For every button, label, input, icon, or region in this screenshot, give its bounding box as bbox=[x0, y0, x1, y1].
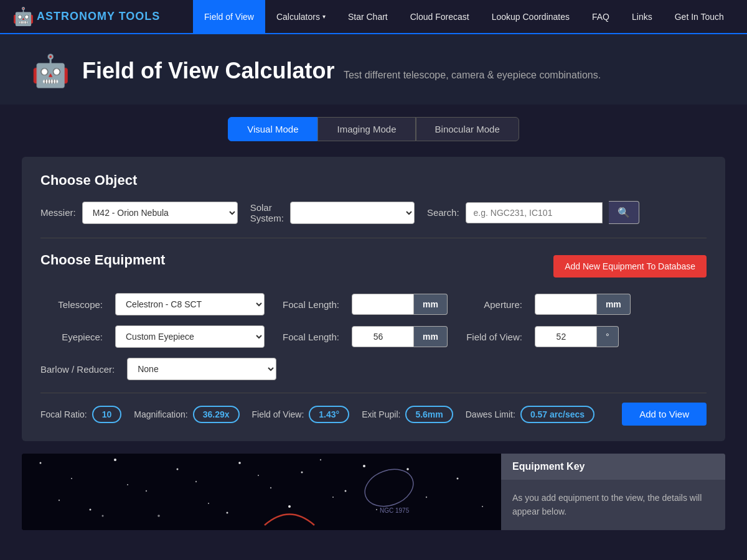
solar-system-select[interactable] bbox=[290, 202, 415, 224]
aperture-input[interactable] bbox=[535, 294, 597, 315]
svg-point-26 bbox=[102, 515, 104, 517]
nav-item-cloudforecast[interactable]: Cloud Forecast bbox=[399, 0, 481, 33]
svg-point-15 bbox=[195, 481, 197, 482]
object-row: Messier: M42 - Orion Nebula SolarSystem:… bbox=[40, 201, 707, 224]
svg-point-21 bbox=[376, 509, 377, 510]
hero-subtitle: Test different telescope, camera & eyepi… bbox=[344, 70, 601, 80]
focal-ratio-label: Focal Ratio: bbox=[40, 409, 87, 419]
brand: 🤖 ASTRONOMY TOOLS bbox=[0, 0, 193, 33]
nav-items: Field of View Calculators ▾ Star Chart C… bbox=[193, 0, 735, 33]
fov-value: 1.43° bbox=[309, 406, 349, 423]
eyepiece-fov-label: Field of View: bbox=[460, 332, 522, 342]
search-input[interactable] bbox=[466, 202, 603, 223]
main-card: Choose Object Messier: M42 - Orion Nebul… bbox=[22, 157, 725, 441]
exit-pupil-item: Exit Pupil: 5.6mm bbox=[362, 406, 453, 423]
telescope-focal-unit: mm bbox=[414, 294, 448, 315]
svg-point-11 bbox=[59, 500, 60, 501]
svg-point-19 bbox=[320, 459, 321, 460]
search-icon: 🔍 bbox=[618, 207, 630, 218]
aperture-unit: mm bbox=[597, 294, 631, 315]
brand-name: ASTRONOMY TOOLS bbox=[37, 10, 160, 23]
eyepiece-focal-label: Focal Length: bbox=[277, 332, 339, 342]
svg-point-27 bbox=[360, 463, 418, 513]
svg-point-0 bbox=[40, 462, 42, 464]
fov-label: Field of View: bbox=[252, 409, 304, 419]
svg-point-6 bbox=[238, 462, 241, 464]
nav-item-calculators[interactable]: Calculators ▾ bbox=[265, 0, 337, 33]
magnification-item: Magnification: 36.29x bbox=[134, 406, 239, 423]
barlow-label: Barlow / Reducer: bbox=[40, 364, 115, 375]
equipment-key-body: As you add equipment to the view, the de… bbox=[501, 480, 725, 530]
eyepiece-fov-group: ° bbox=[535, 326, 619, 347]
svg-point-23 bbox=[426, 497, 427, 498]
search-label: Search: bbox=[427, 207, 459, 218]
svg-point-2 bbox=[114, 459, 116, 461]
telescope-focal-label: Focal Length: bbox=[277, 299, 339, 310]
telescope-select[interactable]: Celestron - C8 SCT bbox=[115, 293, 265, 315]
dawes-value: 0.57 arc/secs bbox=[520, 406, 594, 423]
telescope-focal-input[interactable] bbox=[352, 294, 414, 315]
focal-ratio-value: 10 bbox=[92, 406, 122, 423]
results-row: Focal Ratio: 10 Magnification: 36.29x Fi… bbox=[40, 393, 707, 426]
eyepiece-row: Eyepiece: Custom Eyepiece Focal Length: … bbox=[40, 325, 707, 348]
nav-item-starchart[interactable]: Star Chart bbox=[337, 0, 399, 33]
search-button[interactable]: 🔍 bbox=[609, 201, 639, 224]
eyepiece-focal-group: mm bbox=[352, 326, 448, 347]
page-title: Field of View Calculator bbox=[82, 58, 334, 83]
eyepiece-focal-input[interactable] bbox=[352, 326, 414, 347]
equipment-grid: Telescope: Celestron - C8 SCT Focal Leng… bbox=[40, 293, 707, 380]
svg-point-20 bbox=[345, 490, 347, 492]
nav-item-lookup[interactable]: Lookup Coordinates bbox=[481, 0, 581, 33]
add-to-view-button[interactable]: Add to View bbox=[622, 403, 707, 426]
solar-system-group: SolarSystem: bbox=[250, 202, 415, 224]
svg-point-1 bbox=[71, 478, 72, 479]
svg-point-17 bbox=[258, 475, 259, 476]
svg-point-7 bbox=[270, 487, 271, 488]
star-field-svg: NGC 1975 bbox=[22, 454, 495, 528]
add-equipment-button[interactable]: Add New Equipment To Database bbox=[553, 255, 707, 278]
tab-imaging-mode[interactable]: Imaging Mode bbox=[317, 117, 415, 141]
star-chart: NGC 1975 bbox=[22, 454, 501, 530]
nav-item-faq[interactable]: FAQ bbox=[581, 0, 621, 33]
telescope-label: Telescope: bbox=[40, 299, 103, 310]
hero-robot-icon: 🤖 bbox=[31, 53, 70, 89]
telescope-row: Telescope: Celestron - C8 SCT Focal Leng… bbox=[40, 293, 707, 315]
barlow-select[interactable]: None bbox=[127, 358, 276, 380]
equipment-key-header: Equipment Key bbox=[501, 454, 725, 480]
star-field: NGC 1975 bbox=[22, 454, 501, 530]
messier-group: Messier: M42 - Orion Nebula bbox=[40, 202, 238, 224]
eyepiece-fov-input[interactable] bbox=[535, 326, 597, 347]
equipment-header: Choose Equipment Add New Equipment To Da… bbox=[40, 252, 707, 281]
svg-point-8 bbox=[301, 472, 303, 474]
solar-system-label: SolarSystem: bbox=[250, 202, 284, 223]
svg-point-24 bbox=[457, 478, 459, 480]
exit-pupil-value: 5.6mm bbox=[405, 406, 453, 423]
barlow-row: Barlow / Reducer: None bbox=[40, 358, 707, 380]
aperture-label: Aperture: bbox=[460, 299, 522, 310]
nav-item-fov[interactable]: Field of View bbox=[193, 0, 265, 33]
calculators-arrow-icon: ▾ bbox=[322, 13, 326, 20]
tab-binocular-mode[interactable]: Binocular Mode bbox=[416, 117, 519, 141]
equipment-key: Equipment Key As you add equipment to th… bbox=[501, 454, 725, 530]
eyepiece-select[interactable]: Custom Eyepiece bbox=[115, 325, 265, 348]
eyepiece-focal-unit: mm bbox=[414, 326, 448, 347]
choose-equipment-title: Choose Equipment bbox=[40, 252, 165, 268]
nav-item-getintouch[interactable]: Get In Touch bbox=[664, 0, 735, 33]
nav-item-links[interactable]: Links bbox=[621, 0, 664, 33]
mode-tabs: Visual Mode Imaging Mode Binocular Mode bbox=[0, 117, 747, 141]
choose-object-title: Choose Object bbox=[40, 172, 707, 189]
messier-select[interactable]: M42 - Orion Nebula bbox=[82, 202, 238, 224]
focal-ratio-item: Focal Ratio: 10 bbox=[40, 406, 121, 423]
svg-point-10 bbox=[363, 465, 365, 467]
svg-point-5 bbox=[208, 503, 209, 504]
svg-point-9 bbox=[332, 497, 334, 498]
eyepiece-label: Eyepiece: bbox=[40, 332, 103, 342]
svg-point-25 bbox=[482, 506, 483, 507]
tab-visual-mode[interactable]: Visual Mode bbox=[228, 117, 317, 141]
messier-label: Messier: bbox=[40, 207, 76, 218]
svg-point-3 bbox=[146, 490, 147, 492]
aperture-group: mm bbox=[535, 294, 631, 315]
brand-robot-icon: 🤖 bbox=[12, 6, 34, 27]
svg-point-12 bbox=[90, 509, 92, 511]
dawes-item: Dawes Limit: 0.57 arc/secs bbox=[466, 406, 594, 423]
